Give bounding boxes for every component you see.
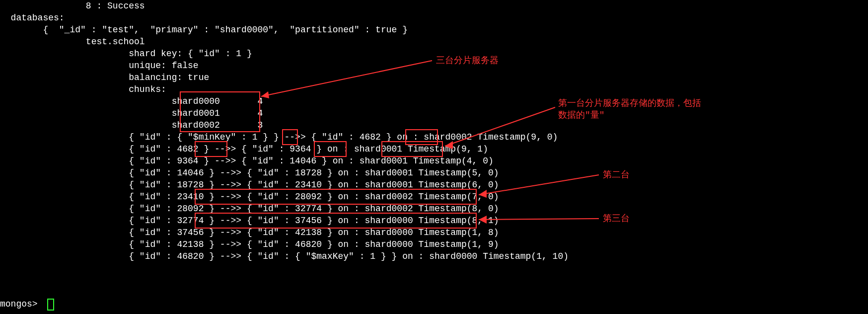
svg-marker-7: [479, 216, 487, 224]
arrow-to-third: [0, 0, 868, 314]
terminal-screen[interactable]: 8 : Success databases: { "_id" : "test",…: [0, 0, 868, 314]
svg-line-6: [479, 219, 599, 220]
